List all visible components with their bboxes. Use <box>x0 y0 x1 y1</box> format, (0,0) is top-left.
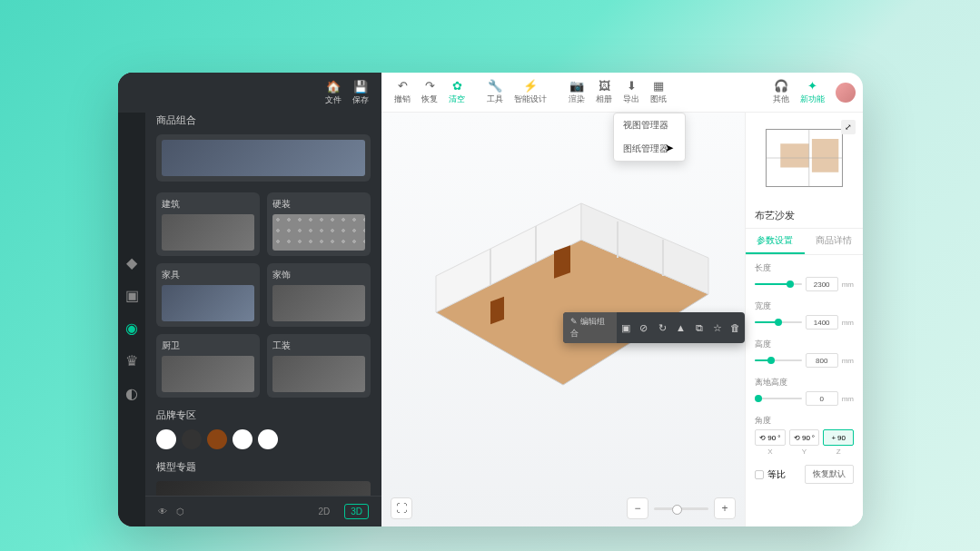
zoom-slider[interactable] <box>654 507 708 510</box>
tb-file[interactable]: 🏠文件 <box>320 80 347 106</box>
length-slider[interactable] <box>755 283 802 285</box>
length-input[interactable] <box>806 277 838 291</box>
ctx-hide-icon[interactable]: ⊘ <box>635 318 653 338</box>
rail-home-icon[interactable]: ◆ <box>124 254 140 271</box>
prop-angle: 角度 ⟲ 90° X ⟲ 90° Y + 90 <box>755 415 854 456</box>
cat-label: 厨卫 <box>162 339 254 352</box>
file-icon: 🏠 <box>326 80 341 93</box>
drawing-dropdown: 视图管理器 图纸管理器 <box>613 113 686 162</box>
prop-tabs: 参数设置 商品详情 <box>746 229 863 255</box>
combo-card[interactable] <box>156 134 371 182</box>
floorplan-3d <box>418 158 727 412</box>
context-toolbar: ✎ 编辑组合 ▣ ⊘ ↻ ▲ ⧉ ☆ 🗑 <box>563 312 745 343</box>
brand-logo[interactable] <box>258 429 278 449</box>
tb-save[interactable]: 💾保存 <box>347 80 374 106</box>
combo-title: 商品组合 <box>156 113 371 127</box>
minimap-expand-icon[interactable]: ⤢ <box>841 120 856 134</box>
ctx-copy-icon[interactable]: ⧉ <box>689 318 708 338</box>
lock-ratio-row: 等比 恢复默认 <box>755 465 854 484</box>
theme-thumb[interactable] <box>156 481 371 496</box>
reset-button[interactable]: 恢复默认 <box>805 465 854 484</box>
svg-rect-11 <box>812 139 838 172</box>
zoom-controls: − + <box>627 497 736 519</box>
canvas-3d[interactable]: ✎ 编辑组合 ▣ ⊘ ↻ ▲ ⧉ ☆ 🗑 ⛶ − + <box>381 113 745 526</box>
lock-ratio-label: 等比 <box>767 468 786 481</box>
svg-rect-10 <box>780 143 809 167</box>
ground-input[interactable] <box>806 391 838 406</box>
tb-smart-design[interactable]: ⚡智能设计 <box>509 79 552 105</box>
dd-view-manager[interactable]: 视图管理器 <box>614 113 685 137</box>
workspace: ✎ 编辑组合 ▣ ⊘ ↻ ▲ ⧉ ☆ 🗑 ⛶ − + <box>381 113 863 526</box>
dd-drawing-manager[interactable]: 图纸管理器 <box>614 137 685 161</box>
left-rail: ◆ ▣ ◉ ♛ ◐ <box>118 73 145 526</box>
lock-ratio-checkbox[interactable] <box>755 470 764 479</box>
cat-thumb <box>272 214 365 251</box>
cat-hard-deco[interactable]: 硬装 <box>267 192 371 256</box>
tb-undo[interactable]: ↶撤销 <box>389 79 416 105</box>
tb-redo[interactable]: ↷恢复 <box>416 79 443 105</box>
fullscreen-button[interactable]: ⛶ <box>391 497 412 519</box>
cat-label: 家具 <box>162 269 254 281</box>
angle-x-input[interactable]: ⟲ 90° <box>755 429 786 446</box>
width-slider[interactable] <box>755 321 802 323</box>
rail-library-icon[interactable]: ◉ <box>124 320 140 336</box>
minimap[interactable]: ⤢ <box>746 113 863 203</box>
tb-new-features[interactable]: ✦新功能 <box>795 79 830 105</box>
brand-row <box>156 429 371 449</box>
tb-album[interactable]: 🖼相册 <box>590 79 618 105</box>
zoom-in-button[interactable]: + <box>714 497 736 519</box>
brand-logo[interactable] <box>182 429 202 449</box>
cat-thumb <box>272 356 365 392</box>
rail-user-icon[interactable]: ◐ <box>124 385 140 401</box>
ctx-label: ✎ 编辑组合 <box>563 312 617 343</box>
ground-slider[interactable] <box>755 398 802 399</box>
app-window: ◆ ▣ ◉ ♛ ◐ ☰ 素材库 🔍 商品组合 <box>118 73 863 526</box>
ctx-delete-icon[interactable]: 🗑 <box>727 318 745 338</box>
cat-label: 硬装 <box>272 198 365 211</box>
user-avatar[interactable] <box>836 83 856 103</box>
right-area: ↶撤销 ↷恢复 ✿清空 🔧工具 ⚡智能设计 📷渲染 🖼相册 ⬇导出 ▦图纸 🎧其… <box>381 73 863 526</box>
ctx-mirror-icon[interactable]: ▲ <box>671 318 689 338</box>
rail-layers-icon[interactable]: ▣ <box>124 287 140 303</box>
cube-icon[interactable]: ⬡ <box>176 507 184 517</box>
tb-tools[interactable]: 🔧工具 <box>481 79 509 105</box>
cat-furniture[interactable]: 家具 <box>156 263 260 327</box>
tb-render[interactable]: 📷渲染 <box>563 79 590 105</box>
height-slider[interactable] <box>755 359 802 361</box>
tab-details[interactable]: 商品详情 <box>805 229 864 254</box>
cat-decor[interactable]: 家饰 <box>267 263 371 327</box>
view-2d-button[interactable]: 2D <box>312 505 335 518</box>
cat-commercial[interactable]: 工装 <box>267 334 371 398</box>
bolt-icon: ⚡ <box>523 79 538 92</box>
cat-building[interactable]: 建筑 <box>156 192 260 256</box>
blueprint-icon: ▦ <box>653 79 664 92</box>
brand-logo[interactable] <box>207 429 227 449</box>
library-content: ☰ 素材库 🔍 商品组合 建筑 <box>145 73 381 526</box>
rail-crown-icon[interactable]: ♛ <box>124 352 140 369</box>
angle-y-input[interactable]: ⟲ 90° <box>789 429 820 446</box>
ctx-rotate-icon[interactable]: ↻ <box>653 318 671 338</box>
cat-kitchen[interactable]: 厨卫 <box>156 334 260 398</box>
cat-thumb <box>272 285 365 321</box>
angle-z-input[interactable]: + 90 <box>823 429 854 446</box>
width-input[interactable] <box>806 315 838 330</box>
brand-logo[interactable] <box>233 429 252 449</box>
eye-icon[interactable]: 👁 <box>158 507 167 517</box>
brand-logo[interactable] <box>156 429 176 449</box>
tb-other[interactable]: 🎧其他 <box>767 79 795 105</box>
view-3d-button[interactable]: 3D <box>344 504 369 519</box>
ctx-favorite-icon[interactable]: ☆ <box>708 318 727 338</box>
tb-export[interactable]: ⬇导出 <box>618 79 645 105</box>
ctx-select-icon[interactable]: ▣ <box>617 318 635 338</box>
theme-section: 模型专题 <box>156 460 371 496</box>
selected-object-title: 布艺沙发 <box>746 203 863 229</box>
prop-height: 高度 mm <box>755 339 854 368</box>
property-panel: ⤢ 布艺沙发 参数设置 商品详情 长度 <box>745 113 863 526</box>
headset-icon: 🎧 <box>774 79 788 92</box>
height-input[interactable] <box>806 353 838 368</box>
tb-drawing[interactable]: ▦图纸 <box>645 79 672 105</box>
cat-label: 家饰 <box>272 269 365 281</box>
tab-params[interactable]: 参数设置 <box>746 229 805 254</box>
tb-clear[interactable]: ✿清空 <box>443 79 470 105</box>
zoom-out-button[interactable]: − <box>627 497 648 519</box>
